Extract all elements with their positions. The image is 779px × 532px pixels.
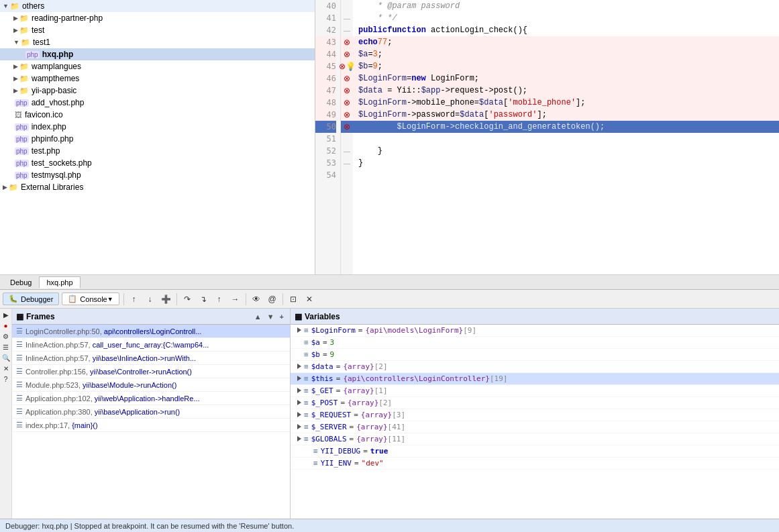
var-expand-get[interactable]	[295, 386, 304, 395]
sidebar-icon-1[interactable]: ▶	[1, 310, 11, 319]
var-item-a[interactable]: ≡$a=3	[291, 337, 779, 349]
var-expand-post[interactable]	[295, 398, 304, 407]
var-item-this[interactable]: ≡$this={api\controllers\LoginController}…	[291, 373, 779, 385]
frames-add-btn[interactable]: +	[278, 312, 286, 321]
breakpoint-icon[interactable]: ⊗	[344, 74, 350, 83]
toolbar-btn-close[interactable]: ✕	[302, 292, 317, 307]
code-line-44[interactable]: $a=3;	[353, 48, 779, 60]
var-item-b[interactable]: ≡$b=9	[291, 349, 779, 361]
frame-item-frame2[interactable]: ☰InlineAction.php:57, call_user_func_arr…	[12, 338, 290, 352]
breakpoint-icon[interactable]: ⊗	[344, 122, 350, 131]
code-line-41[interactable]: * */	[353, 12, 779, 24]
debugger-tab-console[interactable]: 📋Console ▼	[62, 292, 119, 305]
toolbar-btn-step-into[interactable]: ↴	[196, 292, 211, 307]
breakpoint-icon[interactable]: ⊗	[344, 86, 350, 95]
frame-item-frame3[interactable]: ☰InlineAction.php:57, yii\base\InlineAct…	[12, 352, 290, 365]
toolbar-btn-step-out[interactable]: ↑	[212, 292, 227, 307]
code-line-45[interactable]: $b=9;	[353, 60, 779, 72]
var-expand-request[interactable]	[295, 411, 304, 419]
tree-item-add_vhost.php[interactable]: phpadd_vhost.php	[0, 97, 315, 109]
frames-down-btn[interactable]: ▼	[265, 312, 276, 321]
toolbar-btn-down-arrow[interactable]: ↓	[143, 292, 158, 307]
code-line-47[interactable]: $data = Yii::$app->request->post();	[353, 85, 779, 97]
var-item-post[interactable]: ≡$_POST={array} [2]	[291, 397, 779, 409]
frames-up-btn[interactable]: ▲	[252, 312, 264, 321]
tree-item-others[interactable]: ▼📁others	[0, 0, 315, 12]
tree-item-test[interactable]: ▶📁test	[0, 24, 315, 36]
breakpoint-icon[interactable]: ⊗	[344, 38, 350, 47]
var-item-server[interactable]: ≡$_SERVER={array} [41]	[291, 421, 779, 433]
breakpoint-icon[interactable]: ⊗	[344, 50, 350, 59]
frame-item-frame1[interactable]: ☰LoginController.php:50, api\controllers…	[12, 325, 290, 338]
tree-item-test_sockets.php[interactable]: phptest_sockets.php	[0, 157, 315, 169]
debugger-tab-debugger[interactable]: 🐛Debugger	[3, 292, 59, 305]
toolbar-btn-add-frame[interactable]: ➕	[159, 292, 174, 307]
code-line-51[interactable]	[353, 133, 779, 145]
var-expand-loginform[interactable]	[295, 326, 304, 335]
code-line-54[interactable]	[353, 169, 779, 181]
fold-icon[interactable]: —	[344, 160, 350, 167]
var-item-globals[interactable]: ≡$GLOBALS={array} [11]	[291, 433, 779, 445]
frame-item-frame8[interactable]: ☰index.php:17, {main}()	[12, 419, 290, 432]
toolbar-btn-layout[interactable]: ⊡	[286, 292, 301, 307]
var-item-data[interactable]: ≡$data={array} [2]	[291, 361, 779, 373]
frame-item-frame4[interactable]: ☰Controller.php:156, yii\base\Controller…	[12, 365, 290, 378]
debug-tab-debug[interactable]: Debug	[3, 276, 39, 288]
toolbar-btn-watch[interactable]: 👁	[249, 292, 264, 307]
tree-item-hxq.php[interactable]: phphxq.php	[0, 48, 315, 60]
tree-item-index.php[interactable]: phpindex.php	[0, 121, 315, 133]
var-item-request[interactable]: ≡$_REQUEST={array} [3]	[291, 409, 779, 421]
var-item-yii-env[interactable]: ≡YII_ENV="dev"	[291, 458, 779, 470]
code-line-42[interactable]: public function actionLogin_check(){	[353, 24, 779, 36]
var-expand-server[interactable]	[295, 423, 304, 431]
toolbar-btn-eval[interactable]: @	[265, 292, 280, 307]
file-tree[interactable]: ▼📁others▶📁reading-partner-php▶📁test▼📁tes…	[0, 0, 315, 274]
code-line-46[interactable]: $LoginForm=new LoginForm;	[353, 72, 779, 85]
sidebar-icon-7[interactable]: ?	[1, 374, 11, 384]
toolbar-btn-up-arrow[interactable]: ↑	[127, 292, 142, 307]
var-expand-globals[interactable]	[295, 435, 304, 443]
frame-item-frame5[interactable]: ☰Module.php:523, yii\base\Module->runAct…	[12, 378, 290, 392]
tree-item-test1[interactable]: ▼📁test1	[0, 36, 315, 48]
fold-icon[interactable]: —	[344, 15, 350, 22]
code-line-49[interactable]: $LoginForm->password=$data['password'];	[353, 109, 779, 121]
sidebar-icon-4[interactable]: ☰	[1, 342, 11, 352]
var-expand-this[interactable]	[295, 374, 304, 383]
sidebar-icon-2[interactable]: ●	[1, 321, 11, 330]
tree-item-test.php[interactable]: phptest.php	[0, 145, 315, 157]
tree-item-favicon.ico[interactable]: 🖼favicon.ico	[0, 109, 315, 121]
frame-item-frame6[interactable]: ☰Application.php:102, yii\web\Applicatio…	[12, 392, 290, 405]
tree-item-testmysql.php[interactable]: phptestmysql.php	[0, 169, 315, 181]
breakpoint-icon[interactable]: ⊗	[339, 62, 346, 71]
toolbar-btn-step-over[interactable]: ↷	[180, 292, 195, 307]
debug-tab-hxq[interactable]: hxq.php	[39, 276, 80, 288]
tree-item-wampthemes[interactable]: ▶📁wampthemes	[0, 72, 315, 85]
sidebar-icon-3[interactable]: ⚙	[1, 331, 11, 341]
tree-item-reading-partner-php[interactable]: ▶📁reading-partner-php	[0, 12, 315, 24]
frames-list[interactable]: ☰LoginController.php:50, api\controllers…	[12, 325, 290, 519]
fold-icon[interactable]: —	[344, 148, 350, 155]
tree-item-external-libraries[interactable]: ▶📁External Libraries	[0, 181, 315, 193]
code-lines[interactable]: * @param password * */ public function a…	[353, 0, 779, 274]
code-line-48[interactable]: $LoginForm->mobile_phone=$data['mobile_p…	[353, 97, 779, 109]
var-list[interactable]: ≡$LoginForm={api\models\LoginForm} [9] ≡…	[291, 325, 779, 519]
code-line-52[interactable]: }	[353, 145, 779, 157]
var-item-get[interactable]: ≡$_GET={array} [1]	[291, 385, 779, 397]
breakpoint-icon[interactable]: ⊗	[344, 110, 350, 119]
code-line-50[interactable]: $LoginForm->checklogin_and_generatetoken…	[353, 121, 779, 133]
tree-item-wamplangues[interactable]: ▶📁wamplangues	[0, 60, 315, 72]
tree-item-yii-app-basic[interactable]: ▶📁yii-app-basic	[0, 85, 315, 97]
breakpoint-icon[interactable]: ⊗	[344, 98, 350, 107]
tree-item-phpinfo.php[interactable]: phpphpinfo.php	[0, 133, 315, 145]
var-item-yii-debug[interactable]: ≡YII_DEBUG=true	[291, 445, 779, 458]
toolbar-btn-run-cursor[interactable]: →	[228, 292, 243, 307]
var-expand-data[interactable]	[295, 362, 304, 371]
fold-icon[interactable]: —	[344, 27, 350, 34]
sidebar-icon-5[interactable]: 🔍	[1, 353, 11, 362]
var-item-loginform[interactable]: ≡$LoginForm={api\models\LoginForm} [9]	[291, 325, 779, 337]
sidebar-icon-6[interactable]: ✕	[1, 364, 11, 373]
frame-item-frame7[interactable]: ☰Application.php:380, yii\base\Applicati…	[12, 405, 290, 419]
code-line-43[interactable]: echo 77;	[353, 36, 779, 48]
code-line-53[interactable]: }	[353, 157, 779, 169]
code-line-40[interactable]: * @param password	[353, 0, 779, 12]
